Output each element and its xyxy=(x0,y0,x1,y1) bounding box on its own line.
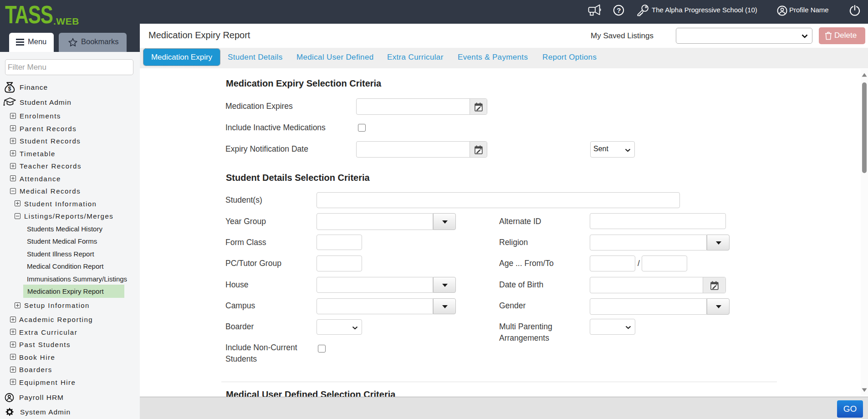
svg-text:?: ? xyxy=(617,6,621,14)
svg-text:TASS: TASS xyxy=(5,5,53,28)
svg-text:.WEB: .WEB xyxy=(53,16,79,26)
svg-text:$: $ xyxy=(8,86,11,92)
